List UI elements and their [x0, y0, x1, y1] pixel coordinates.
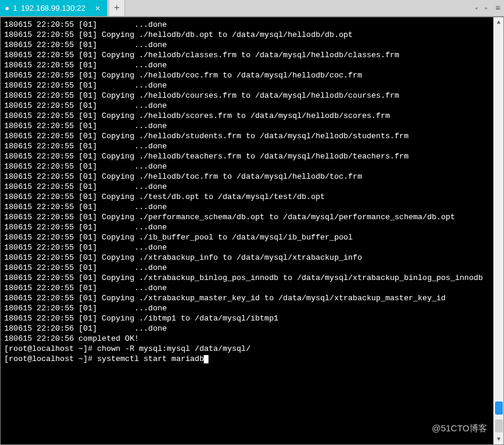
terminal-line: 180615 22:20:55 [01] Copying ./hellodb/c…	[4, 91, 490, 101]
terminal-line: 180615 22:20:55 [01] Copying ./ib_buffer…	[4, 232, 490, 242]
terminal-line: 180615 22:20:55 [01] ...done	[4, 283, 490, 293]
terminal-line: 180615 22:20:55 [01] Copying ./hellodb/c…	[4, 70, 490, 80]
terminal-line: 180615 22:20:55 [01] ...done	[4, 101, 490, 111]
terminal-line: 180615 22:20:55 [01] Copying ./xtrabacku…	[4, 253, 490, 263]
scroll-up-icon[interactable]: ▲	[494, 17, 503, 27]
terminal-line: 180615 22:20:55 [01] ...done	[4, 60, 490, 70]
scroll-thumb-secondary[interactable]	[495, 419, 503, 432]
terminal-line: 180615 22:20:56 completed OK!	[4, 334, 490, 344]
terminal-line: 180615 22:20:55 [01] Copying ./test/db.o…	[4, 192, 490, 202]
scrollbar[interactable]: ▲ ▼	[493, 17, 503, 444]
terminal-line: 180615 22:20:55 [01] Copying ./hellodb/t…	[4, 172, 490, 182]
terminal-line: 180615 22:20:55 [01] Copying ./ibtmp1 to…	[4, 313, 490, 323]
terminal-line: 180615 22:20:55 [01] ...done	[4, 182, 490, 192]
tab-bar: ● 1 192.168.99.130:22 × + ◂ ▸ ≡	[0, 0, 504, 17]
terminal-line: 180615 22:20:55 [01] ...done	[4, 20, 490, 30]
terminal-line: 180615 22:20:55 [01] Copying ./hellodb/s…	[4, 111, 490, 121]
tab-nav: ◂ ▸ ≡	[471, 0, 504, 16]
terminal-cursor	[204, 355, 209, 363]
prompt-line: [root@localhost ~]# chown -R mysql:mysql…	[4, 344, 490, 354]
tab-activity-icon: ●	[5, 4, 10, 13]
active-tab[interactable]: ● 1 192.168.99.130:22 ×	[0, 0, 107, 16]
terminal-line: 180615 22:20:55 [01] ...done	[4, 263, 490, 273]
terminal-line: 180615 22:20:55 [01] ...done	[4, 202, 490, 212]
terminal-line: 180615 22:20:55 [01] ...done	[4, 80, 490, 91]
tab-title: 192.168.99.130:22	[21, 4, 85, 13]
terminal-line: 180615 22:20:55 [01] Copying ./hellodb/d…	[4, 30, 490, 40]
terminal-line: 180615 22:20:55 [01] Copying ./xtrabacku…	[4, 273, 490, 283]
terminal-line: 180615 22:20:55 [01] ...done	[4, 40, 490, 50]
terminal-line: 180615 22:20:55 [01] Copying ./hellodb/s…	[4, 131, 490, 141]
terminal-line: 180615 22:20:55 [01] ...done	[4, 141, 490, 151]
terminal-line: 180615 22:20:55 [01] ...done	[4, 121, 490, 131]
terminal-line: 180615 22:20:56 [01] ...done	[4, 323, 490, 334]
terminal-line: 180615 22:20:55 [01] Copying ./xtrabacku…	[4, 293, 490, 303]
tab-index: 1	[13, 4, 17, 13]
scroll-thumb[interactable]	[495, 402, 503, 415]
terminal-line: 180615 22:20:55 [01] Copying ./hellodb/c…	[4, 50, 490, 60]
add-tab-button[interactable]: +	[108, 0, 125, 16]
terminal-line: 180615 22:20:55 [01] ...done	[4, 161, 490, 172]
close-tab-icon[interactable]: ×	[93, 4, 102, 13]
tab-menu-icon[interactable]: ≡	[496, 4, 500, 13]
watermark: @51CTO博客	[432, 423, 487, 434]
terminal-output[interactable]: 180615 22:20:55 [01] ...done180615 22:20…	[1, 17, 493, 444]
scroll-down-icon[interactable]: ▼	[494, 434, 503, 444]
tab-nav-arrows-icon[interactable]: ◂ ▸	[474, 4, 490, 12]
terminal-line: 180615 22:20:55 [01] Copying ./performan…	[4, 212, 490, 222]
prompt-line: [root@localhost ~]# systemctl start mari…	[4, 354, 490, 364]
terminal-wrapper: 180615 22:20:55 [01] ...done180615 22:20…	[0, 17, 504, 445]
terminal-line: 180615 22:20:55 [01] ...done	[4, 242, 490, 253]
terminal-line: 180615 22:20:55 [01] ...done	[4, 303, 490, 313]
terminal-line: 180615 22:20:55 [01] ...done	[4, 222, 490, 232]
terminal-line: 180615 22:20:55 [01] Copying ./hellodb/t…	[4, 151, 490, 161]
